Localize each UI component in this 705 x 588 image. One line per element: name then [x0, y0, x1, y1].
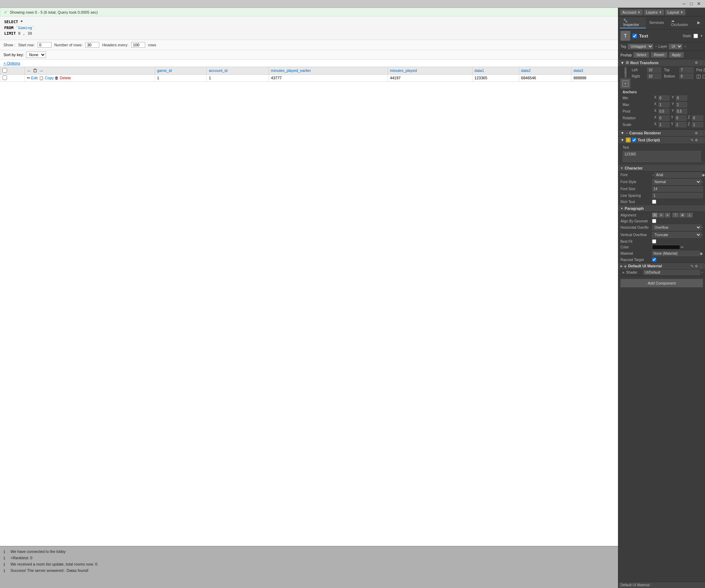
cr-settings-icon[interactable]: ⚙ [695, 131, 698, 135]
headers-input[interactable] [131, 42, 145, 48]
account-menu[interactable]: Account ▼ [620, 9, 643, 15]
rt-extra-btn1[interactable]: ◫ [696, 73, 701, 79]
static-dropdown-icon[interactable]: ▼ [700, 34, 703, 38]
rot-z-input[interactable] [692, 115, 703, 121]
data3-link[interactable]: data3 [573, 68, 583, 73]
best-fit-checkbox[interactable] [652, 239, 656, 243]
tab-inspector[interactable]: 🔧Inspector [620, 17, 646, 28]
pivot-x-input[interactable] [658, 109, 670, 114]
close-button[interactable]: ✕ [695, 1, 703, 6]
anchor-max-x-input[interactable] [658, 102, 670, 107]
maximize-button[interactable]: □ [688, 1, 695, 6]
tab-services[interactable]: Services [646, 19, 667, 26]
ts-edit-icon[interactable]: ✎ [691, 138, 693, 142]
rect-transform-header[interactable]: ▼ ⊞ Rect Transform ⚙ ⋮ [618, 59, 705, 66]
default-material-header[interactable]: ▶ ◈ Default UI Material ✎ ⚙ ⋮ [618, 263, 705, 269]
material-select-icon[interactable]: ◉ [700, 252, 703, 255]
options-link[interactable]: + Options [0, 60, 618, 67]
font-picker-icon: ○ [652, 173, 654, 177]
top-input[interactable] [679, 67, 693, 73]
game-id-link[interactable]: game_id [157, 68, 172, 73]
delete-link[interactable]: Delete [59, 76, 71, 80]
align-by-geom-checkbox[interactable] [652, 219, 656, 223]
layers-menu[interactable]: Layers ▼ [644, 9, 664, 15]
cr-more-icon[interactable]: ⋮ [699, 131, 703, 135]
inspector-tab-row: 🔧Inspector Services ☁Occlusion ▶ [618, 16, 705, 29]
font-style-dropdown[interactable]: Normal [652, 179, 701, 185]
shader-input[interactable] [643, 270, 700, 275]
raycast-checkbox[interactable] [652, 258, 656, 262]
data1-link[interactable]: data1 [475, 68, 484, 73]
left-input[interactable] [647, 67, 661, 73]
layout-menu[interactable]: Layout ▼ [665, 9, 686, 15]
tag-dropdown[interactable]: Untagged [627, 44, 653, 49]
dm-more-icon[interactable]: ⋮ [699, 264, 703, 268]
color-swatch[interactable] [652, 245, 680, 249]
shader-expand-icon[interactable]: ▶ [623, 271, 625, 274]
tab-occlusion[interactable]: ☁Occlusion [667, 17, 694, 28]
pivot-y-input[interactable] [676, 109, 687, 114]
font-size-input[interactable] [652, 186, 703, 192]
align-top-btn[interactable]: ⊤ [672, 213, 679, 218]
ts-more-icon[interactable]: ⋮ [699, 138, 703, 142]
ts-settings-icon[interactable]: ⚙ [695, 138, 698, 142]
anchor-widget[interactable] [620, 79, 630, 88]
canvas-renderer-header[interactable]: ▼ ○ Canvas Renderer ⚙ ⋮ [618, 130, 705, 136]
num-rows-input[interactable] [85, 42, 99, 48]
anchor-min-y-input[interactable] [676, 95, 687, 101]
nav-right-arrow[interactable]: → [39, 68, 43, 73]
apply-button[interactable]: Apply [669, 52, 684, 58]
right-input[interactable] [647, 74, 661, 79]
align-middle-btn[interactable]: ⊕ [679, 213, 686, 218]
v-overflow-dropdown[interactable]: Truncate [652, 232, 701, 238]
scale-y-input[interactable] [675, 122, 686, 127]
minimize-button[interactable]: ─ [680, 1, 688, 6]
rt-extra-btn2[interactable]: ◻ [702, 73, 705, 79]
select-button[interactable]: Select [633, 52, 649, 58]
start-row-input[interactable] [38, 42, 52, 48]
character-section-header[interactable]: ▼ Character [618, 165, 705, 172]
layer-dropdown[interactable]: UI [669, 44, 683, 49]
select-all-checkbox[interactable] [2, 68, 7, 73]
static-checkbox[interactable] [693, 34, 698, 38]
rot-x-input[interactable] [658, 115, 670, 121]
color-picker-button[interactable]: ✏ [680, 245, 684, 249]
rich-text-checkbox[interactable] [652, 200, 656, 204]
paragraph-section-header[interactable]: ▼ Paragraph [618, 205, 705, 212]
sort-select[interactable]: None [26, 52, 46, 58]
nav-left-arrow[interactable]: ← [27, 68, 32, 73]
account-id-link[interactable]: account_id [209, 68, 227, 73]
rot-y-input[interactable] [675, 115, 686, 121]
object-active-checkbox[interactable] [632, 34, 637, 38]
text-script-header[interactable]: ▼ ① Text (Script) ✎ ⚙ ⋮ [618, 136, 705, 143]
dm-settings-icon[interactable]: ⚙ [695, 264, 698, 268]
scale-x-input[interactable] [658, 122, 670, 127]
data2-link[interactable]: data2 [521, 68, 531, 73]
align-right-btn[interactable]: ≡ [665, 213, 670, 218]
copy-link[interactable]: Copy [44, 76, 54, 80]
minutes-earlier-link[interactable]: minutes_played_earlier [271, 68, 311, 73]
h-overflow-dropdown[interactable]: Overflow [652, 225, 701, 230]
text-script-checkbox[interactable] [632, 138, 636, 142]
scale-z-input[interactable] [692, 122, 703, 127]
dm-edit-icon[interactable]: ✎ [691, 264, 693, 268]
bottom-input[interactable] [679, 74, 693, 79]
row-data3: 888888 [571, 74, 618, 81]
row-checkbox[interactable] [2, 75, 7, 80]
revert-button[interactable]: Revert [651, 52, 667, 58]
align-left-btn[interactable]: ≡ [652, 213, 658, 218]
font-input[interactable] [654, 172, 702, 178]
font-select-icon[interactable]: ◉ [702, 173, 705, 177]
anchor-min-x-input[interactable] [658, 95, 670, 101]
line-spacing-input[interactable] [652, 193, 703, 198]
minutes-played-link[interactable]: minutes_played [390, 68, 417, 73]
tab-more[interactable]: ▶ [694, 19, 704, 27]
rt-settings-icon[interactable]: ⚙ [695, 61, 698, 65]
align-bottom-btn[interactable]: ⊥ [686, 213, 693, 218]
anchor-max-y-input[interactable] [676, 102, 687, 107]
material-input[interactable] [652, 251, 700, 256]
rt-more-icon[interactable]: ⋮ [699, 61, 703, 65]
align-center-btn[interactable]: ≡ [658, 213, 664, 218]
add-component-button[interactable]: Add Component [620, 279, 703, 287]
edit-link[interactable]: Edit [30, 76, 38, 80]
